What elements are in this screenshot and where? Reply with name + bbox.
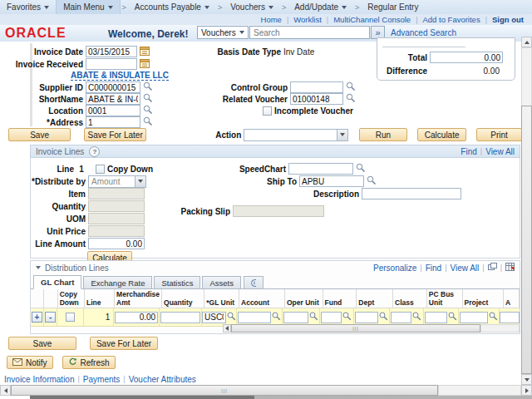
breadcrumb-favorites[interactable]: Favorites [0,0,56,14]
calculate-button[interactable]: Calculate [417,128,466,141]
description-input[interactable] [362,188,461,200]
action-select[interactable] [244,129,347,141]
total-input[interactable] [430,52,503,63]
run-button[interactable]: Run [359,128,408,141]
address-input[interactable] [86,116,140,128]
tab-exchange-rate[interactable]: Exchange Rate [83,276,152,288]
advanced-search-link[interactable]: Advanced Search [391,28,456,37]
cut-column-input[interactable] [500,312,520,323]
invoice-lines-find-link[interactable]: Find [461,147,476,156]
distribution-find-link[interactable]: Find [426,264,441,273]
sign-out-link[interactable]: Sign out [492,15,524,24]
calendar-icon[interactable] [140,46,150,57]
download-icon[interactable] [505,263,515,273]
scroll-left-icon[interactable] [0,385,11,396]
dept-input[interactable] [355,312,378,323]
page-hscrollbar[interactable]: ||| [0,385,532,396]
project-input[interactable] [460,312,488,323]
voucher-attributes-link[interactable]: Voucher Attributes [129,375,196,384]
page-hscrollbar-thumb[interactable]: ||| [11,385,438,396]
pc-bus-unit-input[interactable] [425,312,447,323]
lookup-icon[interactable] [367,175,377,187]
ship-to-input[interactable] [299,175,364,187]
invoice-received-input[interactable] [86,58,137,70]
page-vscrollbar[interactable] [521,37,532,385]
copy-down-checkbox[interactable] [96,165,105,174]
row-copy-down-checkbox[interactable] [66,313,75,322]
quantity-cell-input[interactable] [160,312,200,323]
save-button[interactable]: Save [8,128,71,141]
lookup-icon[interactable] [143,81,153,93]
lookup-icon[interactable] [356,163,366,175]
distribution-hscrollbar-track[interactable] [480,324,520,332]
multichannel-console-link[interactable]: MultiChannel Console [333,15,411,24]
lookup-icon[interactable] [227,312,236,323]
show-all-columns-tab[interactable] [244,276,264,288]
supplier-name-link[interactable]: ABATE & INSULATE LLC [71,71,169,81]
lookup-icon[interactable] [346,93,356,105]
lookup-icon[interactable] [309,312,318,323]
breadcrumb-vouchers[interactable]: Vouchers [224,0,280,14]
collapse-triangle-icon[interactable] [36,266,41,269]
distribution-hscrollbar-thumb[interactable]: ||| [231,324,480,332]
scroll-right-icon[interactable] [521,385,532,396]
invoice-information-link[interactable]: Invoice Information [4,375,75,384]
footer-save-for-later-button[interactable]: Save For Later [90,337,158,350]
breadcrumb-regular-entry[interactable]: Regular Entry [361,0,425,14]
account-input[interactable] [238,312,271,323]
gl-unit-input[interactable] [202,312,226,323]
supplier-id-input[interactable] [86,81,140,93]
scroll-up-icon[interactable] [521,37,532,47]
search-scope-select[interactable]: Vouchers [197,26,249,39]
search-input[interactable] [249,26,370,39]
tab-gl-chart[interactable]: GL Chart [33,275,81,289]
help-icon[interactable]: ? [89,146,100,157]
scroll-left-icon[interactable] [223,324,231,332]
zoom-grid-icon[interactable] [488,263,497,273]
control-group-input[interactable] [290,81,343,93]
class-input[interactable] [391,312,411,323]
lookup-icon[interactable] [379,312,388,323]
personalize-link[interactable]: Personalize [373,264,416,273]
lookup-icon[interactable] [346,81,356,93]
speedchart-input[interactable] [288,163,353,175]
delete-row-button[interactable]: - [45,312,56,323]
notify-button[interactable]: Notify [7,356,53,369]
invoice-date-input[interactable] [86,46,137,57]
shortname-input[interactable] [86,93,140,105]
incomplete-voucher-checkbox[interactable] [263,106,272,116]
page-hscrollbar-track[interactable] [438,385,521,396]
scroll-down-icon[interactable] [521,374,532,385]
tab-statistics[interactable]: Statistics [154,276,200,288]
line-amount-input[interactable] [88,238,145,249]
oper-unit-input[interactable] [283,312,308,323]
add-row-button[interactable]: + [32,312,42,323]
page-vscrollbar-thumb[interactable] [521,106,532,374]
tab-assets[interactable]: Assets [202,276,241,288]
lookup-icon[interactable] [143,116,153,128]
lookup-icon[interactable] [342,312,352,323]
add-to-favorites-link[interactable]: Add to Favorites [422,15,480,24]
breadcrumb-main-menu[interactable]: Main Menu [56,0,120,14]
lookup-icon[interactable] [143,105,153,116]
payments-link[interactable]: Payments [83,375,120,384]
lookup-icon[interactable] [143,93,153,105]
print-button[interactable]: Print [476,128,522,141]
merchandise-amt-input[interactable] [115,312,158,323]
refresh-button[interactable]: Refresh [62,356,116,369]
distribution-hscrollbar[interactable]: ||| [223,324,520,332]
location-input[interactable] [86,105,140,116]
breadcrumb-accounts-payable[interactable]: Accounts Payable [128,0,216,14]
footer-save-button[interactable]: Save [8,337,76,350]
lookup-icon[interactable] [272,312,281,323]
fund-input[interactable] [321,312,342,323]
save-for-later-button[interactable]: Save For Later [84,128,146,141]
breadcrumb-add-update[interactable]: Add/Update [288,0,353,14]
distribution-view-all-link[interactable]: View All [450,264,479,273]
calendar-icon[interactable] [140,58,150,70]
worklist-link[interactable]: Worklist [293,15,322,24]
home-link[interactable]: Home [261,15,282,24]
related-voucher-input[interactable] [290,93,343,105]
invoice-lines-view-all-link[interactable]: View All [485,147,515,156]
lookup-icon[interactable] [489,312,498,323]
